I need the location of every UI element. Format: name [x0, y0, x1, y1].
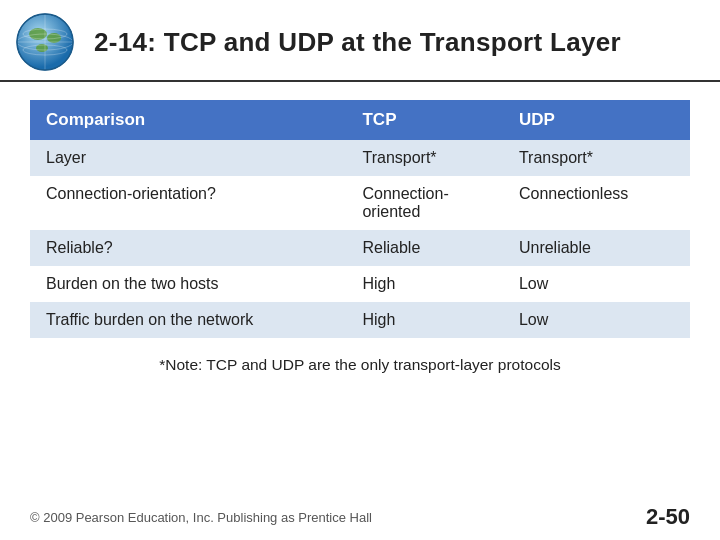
page-number: 2-50 [646, 504, 690, 530]
page-title: 2-14: TCP and UDP at the Transport Layer [94, 27, 621, 58]
cell-tcp-2: Reliable [346, 230, 502, 266]
cell-udp-0: Transport* [503, 140, 690, 176]
table-row: Burden on the two hostsHighLow [30, 266, 690, 302]
copyright: © 2009 Pearson Education, Inc. Publishin… [30, 510, 372, 525]
table-row: Connection-orientation?Connection- orien… [30, 176, 690, 230]
cell-tcp-4: High [346, 302, 502, 338]
comparison-table-container: Comparison TCP UDP LayerTransport*Transp… [0, 100, 720, 338]
cell-tcp-3: High [346, 266, 502, 302]
cell-udp-3: Low [503, 266, 690, 302]
comparison-table: Comparison TCP UDP LayerTransport*Transp… [30, 100, 690, 338]
col-comparison: Comparison [30, 100, 346, 140]
footnote: *Note: TCP and UDP are the only transpor… [0, 356, 720, 374]
table-row: Reliable?ReliableUnreliable [30, 230, 690, 266]
table-row: LayerTransport*Transport* [30, 140, 690, 176]
cell-comparison-1: Connection-orientation? [30, 176, 346, 230]
globe-icon [10, 12, 80, 72]
table-row: Traffic burden on the networkHighLow [30, 302, 690, 338]
cell-tcp-0: Transport* [346, 140, 502, 176]
table-header-row: Comparison TCP UDP [30, 100, 690, 140]
footer: © 2009 Pearson Education, Inc. Publishin… [0, 504, 720, 530]
cell-udp-2: Unreliable [503, 230, 690, 266]
slide: 2-14: TCP and UDP at the Transport Layer… [0, 0, 720, 540]
cell-comparison-3: Burden on the two hosts [30, 266, 346, 302]
cell-comparison-2: Reliable? [30, 230, 346, 266]
cell-udp-4: Low [503, 302, 690, 338]
col-udp: UDP [503, 100, 690, 140]
cell-tcp-1: Connection- oriented [346, 176, 502, 230]
col-tcp: TCP [346, 100, 502, 140]
cell-comparison-4: Traffic burden on the network [30, 302, 346, 338]
header: 2-14: TCP and UDP at the Transport Layer [0, 0, 720, 82]
cell-udp-1: Connectionless [503, 176, 690, 230]
cell-comparison-0: Layer [30, 140, 346, 176]
